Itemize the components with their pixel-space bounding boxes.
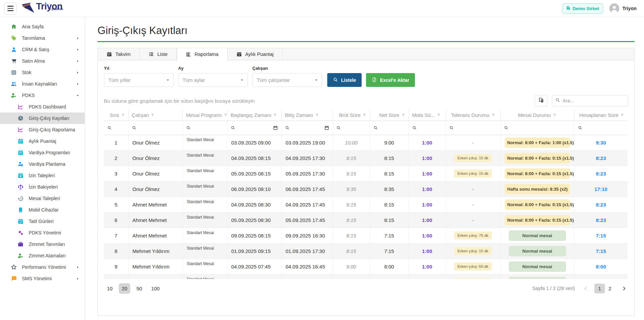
- sidebar-item-zimmet-tan-mlar[interactable]: Zimmet Tanımları: [0, 238, 85, 250]
- sidebar-item-tan-mlama[interactable]: Tanımlama: [0, 32, 85, 44]
- page-size-20[interactable]: 20: [119, 283, 131, 294]
- calendar-icon[interactable]: [273, 125, 278, 130]
- sidebar-item-zimmet-atamalar[interactable]: Zimmet Atamaları: [0, 250, 85, 261]
- page-size-selector: 102050100: [104, 283, 163, 294]
- sidebar-item-vardiya-programlar[interactable]: Vardiya Programları: [0, 147, 85, 158]
- filter-funnel-icon[interactable]: [437, 113, 441, 117]
- chevron-left-icon[interactable]: [581, 284, 590, 293]
- cell-calisan: Ahmet Mehmet: [128, 228, 183, 243]
- tolerance-badge: Erken çıkış: 60 dk: [454, 262, 492, 270]
- filter-cell-hesaplanan[interactable]: [574, 121, 627, 135]
- column-header-bitis[interactable]: Bitiş Zamanı: [281, 110, 333, 121]
- table-row[interactable]: 6Ahmet MehmetStandart Mesai05.09.2025 08…: [104, 212, 627, 228]
- sidebar-item-mesai-talepleri[interactable]: Mesai Talepleri: [0, 193, 85, 204]
- table-row[interactable]: 5Ahmet MehmetStandart Mesai04.09.2025 08…: [104, 197, 627, 212]
- filter-month: Ay Tüm aylar: [178, 66, 248, 87]
- sidebar-item-sat-n-alma[interactable]: Satın Alma: [0, 55, 85, 67]
- year-select[interactable]: Tüm yıllar: [104, 73, 174, 87]
- sidebar-item-label: SMS Yönetimi: [22, 276, 52, 281]
- company-button[interactable]: Demo Sirket: [562, 3, 603, 14]
- calendar-icon[interactable]: [324, 125, 329, 130]
- sidebar-item-pdks-dashboard[interactable]: PDKS Dashboard: [0, 101, 85, 113]
- column-header-baslangic[interactable]: Başlangıç Zamanı: [227, 110, 281, 121]
- sidebar-item-vardiya-planlama[interactable]: Vardiya Planlama: [0, 158, 85, 170]
- sidebar-item-sms-y-netimi[interactable]: SMS Yönetimi: [0, 273, 85, 284]
- column-header-program[interactable]: Mesai Programı: [183, 110, 227, 121]
- filter-funnel-icon[interactable]: [315, 113, 319, 117]
- filter-cell-mola[interactable]: [409, 121, 446, 135]
- column-chooser-button[interactable]: [535, 95, 548, 106]
- app-logo[interactable]: Triyon »yazılım: [21, 1, 62, 15]
- sidebar-item-i-nsan-kaynaklar[interactable]: İnsan Kaynakları: [0, 78, 85, 90]
- tab-raporlama[interactable]: Raporlama: [177, 48, 228, 60]
- filter-funnel-icon[interactable]: [363, 113, 366, 117]
- user-menu[interactable]: Triyon: [609, 3, 637, 13]
- column-header-sira[interactable]: Sıra: [104, 110, 128, 121]
- filter-funnel-icon[interactable]: [273, 113, 277, 117]
- filter-cell-mesai[interactable]: [500, 121, 574, 135]
- table-row[interactable]: 2Onur ÖlmezStandart Mesai04.09.2025 08:1…: [104, 150, 627, 166]
- tab-takvim[interactable]: Takvim: [98, 48, 140, 60]
- sidebar-item-crm-sat[interactable]: CRM & Satış: [0, 44, 85, 55]
- filter-funnel-icon[interactable]: [492, 113, 495, 117]
- table-row[interactable]: 10Mehmet YıldırımStandart Mesai05.09.202…: [104, 274, 627, 279]
- filter-cell-net[interactable]: [370, 121, 409, 135]
- tab-ayl-k-puantaj[interactable]: Aylık Puantaj: [228, 48, 283, 60]
- column-header-mola[interactable]: Mola Sü...: [409, 110, 446, 121]
- filter-funnel-icon[interactable]: [121, 113, 125, 117]
- table-row[interactable]: 3Onur ÖlmezStandart Mesai05.09.2025 08:1…: [104, 166, 627, 181]
- column-header-tolerans[interactable]: Tolerans Durumu: [446, 110, 500, 121]
- sidebar-item-tatil-g-nleri[interactable]: Tatil Günleri: [0, 216, 85, 227]
- cell-net: 8:00: [370, 274, 409, 279]
- page-size-10[interactable]: 10: [104, 283, 116, 294]
- sidebar-item-performans-y-netimi[interactable]: Performans Yönetimi: [0, 261, 85, 273]
- sidebar-item-mobil-cihazlar[interactable]: Mobil Cihazlar: [0, 204, 85, 216]
- page-size-50[interactable]: 50: [133, 283, 145, 294]
- table-row[interactable]: 7Ahmet MehmetStandart Mesai09.09.2025 08…: [104, 228, 627, 243]
- table-row[interactable]: 8Mehmet YıldırımStandart Mesai01.09.2025…: [104, 243, 627, 259]
- hamburger-menu-button[interactable]: [4, 2, 17, 15]
- tab-liste[interactable]: Liste: [140, 48, 177, 60]
- sidebar-item-giri-k-kay-tlar[interactable]: Giriş-Çıkış Kayıtları: [0, 113, 85, 124]
- sidebar-item-pdks[interactable]: PDKS: [0, 90, 85, 101]
- page-size-100[interactable]: 100: [148, 283, 163, 294]
- column-header-hesaplanan[interactable]: Hesaplanan Süre: [574, 110, 627, 121]
- filter-funnel-icon[interactable]: [151, 113, 155, 117]
- search-input[interactable]: [563, 98, 625, 103]
- column-header-mesai[interactable]: Mesai Durumu: [500, 110, 574, 121]
- cell-brut: 9:00: [333, 274, 370, 279]
- sidebar-item-ana-sayfa[interactable]: Ana Sayfa: [0, 21, 85, 32]
- table-row[interactable]: 1Onur ÖlmezStandart Mesai03.09.2025 09:0…: [104, 135, 627, 150]
- filter-funnel-icon[interactable]: [620, 113, 624, 117]
- sidebar-item-i-zin-bakiyeleri[interactable]: İzin Bakiyeleri: [0, 181, 85, 193]
- filter-funnel-icon[interactable]: [224, 113, 227, 117]
- export-excel-button[interactable]: Excel'e Aktar: [366, 73, 415, 87]
- filter-funnel-icon[interactable]: [553, 113, 557, 117]
- filter-cell-bitis[interactable]: [281, 121, 333, 135]
- table-row[interactable]: 9Mehmet YıldırımStandart Mesai04.09.2025…: [104, 259, 627, 274]
- filter-funnel-icon[interactable]: [401, 113, 405, 117]
- chevron-right-icon: [76, 277, 79, 280]
- sidebar-item-pdks-y-netimi[interactable]: PDKS Yönetimi: [0, 227, 85, 238]
- page-number-1[interactable]: 1: [594, 284, 605, 293]
- column-header-net[interactable]: Net Süre: [370, 110, 409, 121]
- list-button[interactable]: Listele: [327, 73, 362, 87]
- sidebar-item-stok[interactable]: Stok: [0, 67, 85, 78]
- employee-select[interactable]: Tüm çalışanlar: [252, 73, 322, 87]
- filter-cell-tolerans[interactable]: [446, 121, 500, 135]
- star-icon: [11, 264, 17, 270]
- column-header-brut[interactable]: Brüt Süre: [333, 110, 370, 121]
- page-number-2[interactable]: 2: [605, 284, 615, 293]
- filter-cell-calisan[interactable]: [128, 121, 183, 135]
- filter-cell-baslangic[interactable]: [227, 121, 281, 135]
- column-header-calisan[interactable]: Çalışan: [128, 110, 183, 121]
- sidebar-item-ayl-k-puantaj[interactable]: Aylık Puantaj: [0, 135, 85, 147]
- filter-cell-sira[interactable]: [104, 121, 128, 135]
- filter-cell-program[interactable]: [183, 121, 227, 135]
- chevron-right-icon[interactable]: [619, 284, 628, 293]
- month-select[interactable]: Tüm aylar: [178, 73, 248, 87]
- sidebar-item-giri-k-raporlama[interactable]: Giriş-Çıkış Raporlama: [0, 124, 85, 135]
- sidebar-item-i-zin-talepleri[interactable]: İzin Talepleri: [0, 170, 85, 181]
- filter-cell-brut[interactable]: [333, 121, 370, 135]
- table-row[interactable]: 4Onur ÖlmezStandart Mesai06.09.2025 08:1…: [104, 181, 627, 197]
